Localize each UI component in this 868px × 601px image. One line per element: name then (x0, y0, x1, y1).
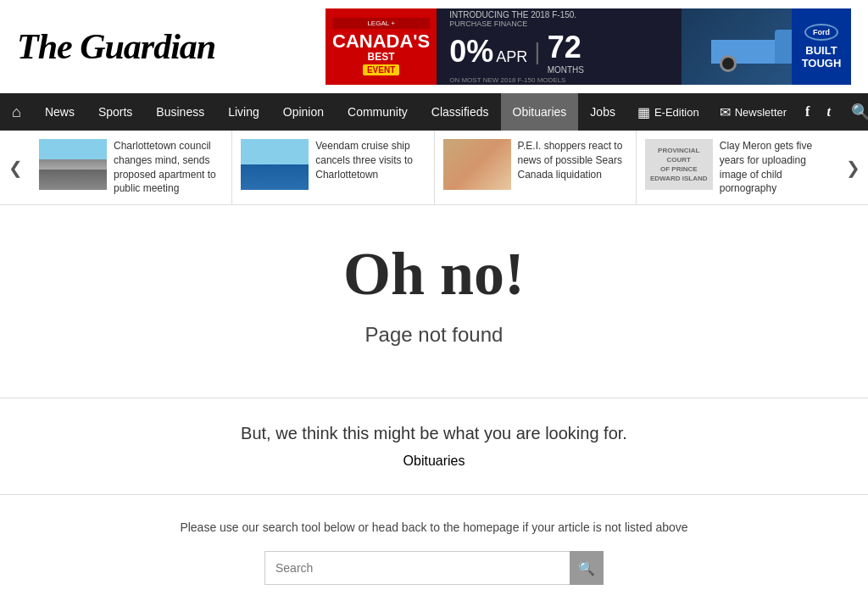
ad-built-text: BUILT (805, 44, 837, 57)
nav-item-jobs[interactable]: Jobs (578, 93, 627, 131)
search-button[interactable]: 🔍 (570, 551, 604, 585)
ad-months-label: MONTHS (548, 65, 584, 75)
home-button[interactable]: ⌂ (0, 93, 33, 131)
search-nav-button[interactable]: 🔍 (839, 93, 868, 131)
ad-rates: 0% APR | 72 MONTHS (449, 30, 669, 75)
search-button-icon: 🔍 (578, 560, 595, 576)
ad-middle-section: INTRODUCING THE 2018 F-150. PURCHASE FIN… (437, 10, 682, 84)
logo[interactable]: The Guardian (17, 26, 215, 67)
newsletter-icon: ✉ (720, 104, 731, 120)
nav-edition-link[interactable]: ▦ E-Edition (627, 93, 709, 131)
ad-fine-print: ON MOST NEW 2018 F-150 MODELS (449, 76, 669, 84)
nav-item-news[interactable]: News (33, 93, 86, 131)
building-thumbnail (39, 139, 107, 190)
ad-headline2: BEST (368, 51, 395, 63)
nav-item-opinion[interactable]: Opinion (271, 93, 336, 131)
header: The Guardian LEGAL + CANADA'S BEST EVENT… (0, 0, 868, 93)
main-nav: ⌂ News Sports Business Living Opinion Co… (0, 93, 868, 131)
strip-item-4[interactable]: PROVINCIAL COURT OF PRINCE EDWARD ISLAND… (637, 131, 837, 204)
strip-next-button[interactable]: ❯ (837, 131, 868, 204)
people-thumbnail (443, 139, 511, 190)
search-section: Please use our search tool below or head… (0, 495, 868, 601)
twitter-icon: t (826, 104, 830, 120)
ad-built-section: Ford BUILT TOUGH (792, 8, 851, 85)
nav-newsletter-link[interactable]: ✉ Newsletter (709, 93, 797, 131)
ad-introduce: INTRODUCING THE 2018 F-150. (449, 10, 669, 19)
strip-text-3: P.E.I. shoppers react to news of possibl… (518, 139, 627, 196)
strip-text-4: Clay Meron gets five years for uploading… (720, 139, 829, 196)
ad-months: 72 (548, 30, 581, 64)
error-subtitle: Page not found (17, 323, 851, 347)
edition-icon: ▦ (637, 104, 650, 120)
ad-banner: LEGAL + CANADA'S BEST EVENT INTRODUCING … (326, 8, 851, 85)
suggestions-section: But, we think this might be what you are… (0, 398, 868, 495)
ad-headline1: CANADA'S (332, 32, 430, 51)
ad-rate-suffix: APR (496, 48, 527, 65)
ad-months-group: 72 MONTHS (548, 30, 584, 75)
strip-text-1: Charlottetown council changes mind, send… (114, 139, 223, 196)
obituaries-suggestion-link[interactable]: Obituaries (403, 454, 465, 468)
strip-item-3[interactable]: P.E.I. shoppers react to news of possibl… (435, 131, 637, 204)
search-help-text: Please use our search tool below or head… (17, 520, 851, 534)
ad-truck-section: Ford BUILT TOUGH (682, 8, 851, 85)
error-title: Oh no! (17, 239, 851, 309)
news-strip: ❮ Charlottetown council changes mind, se… (0, 131, 868, 205)
twitter-link[interactable]: t (818, 93, 838, 131)
strip-item-1[interactable]: Charlottetown council changes mind, send… (31, 131, 232, 204)
strip-thumb-3 (443, 139, 511, 190)
nav-right-section: ▦ E-Edition ✉ Newsletter f t 🔍 (627, 93, 868, 131)
strip-prev-button[interactable]: ❮ (0, 131, 31, 204)
edition-label: E-Edition (654, 106, 699, 119)
search-input[interactable] (264, 551, 570, 585)
ship-thumbnail (241, 139, 309, 190)
strip-thumb-1 (39, 139, 107, 190)
ad-rate-group: 0% APR (449, 36, 527, 67)
error-section: Oh no! Page not found (0, 205, 868, 398)
suggestions-heading: But, we think this might be what you are… (17, 424, 851, 443)
ad-event: EVENT (363, 64, 399, 75)
ad-legal: LEGAL + (332, 18, 430, 29)
ad-divider: | (534, 38, 540, 65)
nav-item-obituaries[interactable]: Obituaries (501, 93, 579, 131)
strip-thumb-2 (241, 139, 309, 190)
ad-rate: 0% (449, 34, 493, 69)
newsletter-label: Newsletter (735, 106, 787, 119)
nav-item-community[interactable]: Community (336, 93, 420, 131)
newspaper-line1: PROVINCIAL (658, 147, 699, 154)
strip-item-2[interactable]: Veendam cruise ship cancels three visits… (232, 131, 434, 204)
newspaper-line4: EDWARD ISLAND (650, 175, 708, 182)
ad-canada-section: LEGAL + CANADA'S BEST EVENT (326, 8, 437, 85)
search-box: 🔍 (17, 551, 851, 585)
ad-purchase: PURCHASE FINANCE (449, 19, 669, 28)
truck-wheel-front (720, 55, 737, 72)
strip-text-2: Veendam cruise ship cancels three visits… (315, 139, 425, 196)
ad-tough-text: TOUGH (802, 57, 842, 70)
newspaper-thumbnail: PROVINCIAL COURT OF PRINCE EDWARD ISLAND (645, 139, 713, 190)
nav-item-sports[interactable]: Sports (86, 93, 144, 131)
nav-item-business[interactable]: Business (144, 93, 216, 131)
nav-item-classifieds[interactable]: Classifieds (420, 93, 501, 131)
search-nav-icon: 🔍 (851, 103, 868, 121)
ford-logo: Ford (804, 24, 838, 41)
newspaper-line2: COURT (667, 156, 691, 164)
newspaper-line3: OF PRINCE (660, 165, 698, 173)
facebook-icon: f (805, 104, 810, 120)
facebook-link[interactable]: f (797, 93, 818, 131)
nav-item-living[interactable]: Living (216, 93, 271, 131)
strip-thumb-4: PROVINCIAL COURT OF PRINCE EDWARD ISLAND (645, 139, 713, 190)
strip-items: Charlottetown council changes mind, send… (31, 131, 837, 204)
